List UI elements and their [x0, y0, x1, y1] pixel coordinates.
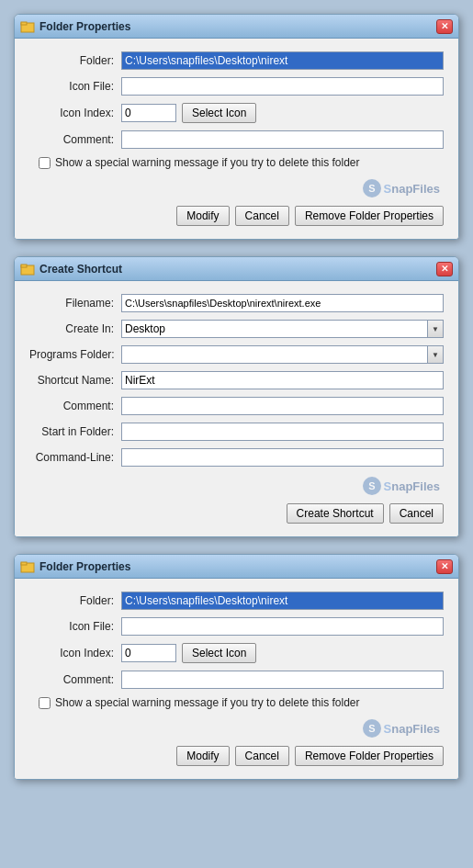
- window-body-2: Filename: Create In: ▼ Programs Folder: …: [15, 281, 458, 536]
- shortcut-icon: [20, 262, 35, 276]
- snapfiles-text-3: SnapFiles: [384, 722, 440, 736]
- close-button-3[interactable]: ✕: [436, 559, 453, 574]
- filename-row: Filename:: [29, 294, 444, 312]
- titlebar-title-2: Create Shortcut: [39, 263, 122, 276]
- create-in-input[interactable]: [121, 320, 427, 338]
- shortcut-name-label: Shortcut Name:: [29, 374, 121, 387]
- close-button-2[interactable]: ✕: [436, 262, 453, 276]
- comment-input-2[interactable]: [121, 397, 444, 415]
- folder-icon-3: [20, 559, 35, 574]
- icon-index-label-3: Icon Index:: [29, 647, 121, 659]
- watermark-area-2: S SnapFiles: [29, 474, 444, 492]
- modify-button-1[interactable]: Modify: [176, 206, 229, 226]
- programs-folder-input[interactable]: [121, 345, 427, 364]
- svg-text:S: S: [368, 183, 375, 194]
- comment-label-3: Comment:: [29, 673, 121, 686]
- icon-file-input-3[interactable]: [121, 617, 444, 636]
- programs-folder-select-wrapper: ▼: [121, 345, 444, 364]
- create-in-select-wrapper: ▼: [121, 320, 444, 338]
- start-in-input[interactable]: [121, 423, 444, 441]
- titlebar-title-1: Folder Properties: [39, 20, 130, 33]
- start-in-row: Start in Folder:: [29, 423, 444, 441]
- folder-row-3: Folder:: [29, 592, 444, 610]
- comment-input-3[interactable]: [121, 671, 444, 689]
- command-line-row: Command-Line:: [29, 448, 444, 467]
- shortcut-name-row: Shortcut Name:: [29, 371, 444, 389]
- create-in-row: Create In: ▼: [29, 320, 444, 338]
- command-line-input[interactable]: [121, 448, 444, 467]
- filename-input[interactable]: [121, 294, 444, 312]
- snapfiles-logo-2: S: [362, 476, 382, 496]
- icon-file-row: Icon File:: [29, 77, 444, 96]
- svg-rect-5: [21, 265, 27, 267]
- shortcut-name-input[interactable]: [121, 371, 444, 389]
- icon-index-input[interactable]: [121, 104, 176, 122]
- select-icon-button-1[interactable]: Select Icon: [182, 103, 256, 123]
- icon-index-input-3[interactable]: [121, 644, 176, 662]
- snapfiles-watermark-1: S SnapFiles: [362, 178, 440, 198]
- create-shortcut-button[interactable]: Create Shortcut: [287, 503, 384, 524]
- start-in-label: Start in Folder:: [29, 425, 121, 438]
- titlebar-3: Folder Properties ✕: [15, 555, 458, 579]
- comment-row: Comment:: [29, 130, 444, 149]
- window-body-3: Folder: Icon File: Icon Index: Select Ic…: [15, 579, 458, 779]
- snapfiles-watermark-2: S SnapFiles: [362, 476, 440, 496]
- folder-properties-window-1: Folder Properties ✕ Folder: Icon File: I…: [14, 14, 459, 240]
- cancel-button-3[interactable]: Cancel: [235, 746, 289, 766]
- snapfiles-text-2: SnapFiles: [384, 479, 440, 493]
- titlebar-2: Create Shortcut ✕: [15, 257, 458, 281]
- comment-row-2: Comment:: [29, 397, 444, 415]
- folder-icon: [20, 19, 35, 34]
- icon-file-label: Icon File:: [29, 80, 121, 93]
- titlebar-1: Folder Properties ✕: [15, 15, 458, 39]
- folder-row: Folder:: [29, 51, 444, 70]
- remove-folder-button-3[interactable]: Remove Folder Properties: [295, 746, 444, 766]
- programs-folder-label: Programs Folder:: [29, 348, 121, 361]
- command-line-label: Command-Line:: [29, 451, 121, 464]
- folder-label: Folder:: [29, 54, 121, 67]
- window-body-1: Folder: Icon File: Icon Index: Select Ic…: [15, 39, 458, 239]
- button-row-2: Create Shortcut Cancel: [29, 500, 444, 524]
- icon-file-input[interactable]: [121, 77, 444, 96]
- icon-index-label: Icon Index:: [29, 107, 121, 119]
- titlebar-left-3: Folder Properties: [20, 559, 130, 574]
- svg-text:S: S: [368, 723, 375, 734]
- titlebar-left-1: Folder Properties: [20, 19, 130, 34]
- titlebar-left-2: Create Shortcut: [20, 262, 122, 276]
- cancel-button-2[interactable]: Cancel: [389, 503, 444, 524]
- folder-label-3: Folder:: [29, 594, 121, 607]
- icon-index-row: Icon Index: Select Icon: [29, 103, 444, 123]
- folder-input-3[interactable]: [121, 592, 444, 610]
- icon-index-controls-3: Select Icon: [121, 643, 256, 663]
- modify-button-3[interactable]: Modify: [176, 746, 229, 766]
- snapfiles-text-1: SnapFiles: [384, 182, 440, 196]
- comment-label-2: Comment:: [29, 400, 121, 412]
- snapfiles-watermark-3: S SnapFiles: [362, 718, 440, 738]
- programs-folder-dropdown-arrow[interactable]: ▼: [427, 345, 444, 364]
- icon-index-row-3: Icon Index: Select Icon: [29, 643, 444, 663]
- icon-file-row-3: Icon File:: [29, 617, 444, 636]
- create-shortcut-window: Create Shortcut ✕ Filename: Create In: ▼…: [14, 256, 459, 537]
- folder-input[interactable]: [121, 51, 444, 70]
- select-icon-button-3[interactable]: Select Icon: [182, 643, 256, 663]
- svg-text:S: S: [368, 480, 375, 491]
- watermark-area-1: S SnapFiles: [29, 176, 444, 195]
- warning-checkbox-row: Show a special warning message if you tr…: [39, 156, 444, 169]
- create-in-dropdown-arrow[interactable]: ▼: [427, 320, 444, 338]
- comment-input[interactable]: [121, 130, 444, 149]
- remove-folder-button-1[interactable]: Remove Folder Properties: [295, 206, 444, 226]
- programs-folder-row: Programs Folder: ▼: [29, 345, 444, 364]
- comment-row-3: Comment:: [29, 671, 444, 689]
- snapfiles-logo-3: S: [362, 718, 382, 738]
- button-row-3: Modify Cancel Remove Folder Properties: [29, 742, 444, 766]
- titlebar-title-3: Folder Properties: [39, 560, 130, 573]
- warning-checkbox[interactable]: [39, 157, 51, 169]
- folder-properties-window-2: Folder Properties ✕ Folder: Icon File: I…: [14, 554, 459, 780]
- filename-label: Filename:: [29, 297, 121, 310]
- warning-checkbox-3[interactable]: [39, 697, 51, 709]
- warning-checkbox-label-3: Show a special warning message if you tr…: [55, 696, 360, 709]
- cancel-button-1[interactable]: Cancel: [235, 206, 289, 226]
- svg-rect-1: [21, 22, 27, 25]
- close-button-1[interactable]: ✕: [436, 19, 453, 34]
- comment-label: Comment:: [29, 133, 121, 146]
